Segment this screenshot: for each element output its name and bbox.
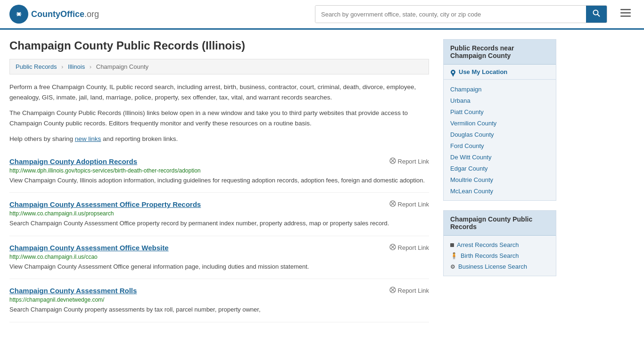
record-desc: Search Champaign County Assessment Offic… [9,219,429,228]
record-item: Champaign County Assessment Office Websi… [9,236,429,280]
site-header: CountyOffice.org [0,0,644,30]
record-url: http://www.co.champaign.il.us/propsearch [9,210,429,217]
report-link[interactable]: Report Link [389,244,429,252]
record-item: Champaign County Adoption Records Report… [9,150,429,193]
record-title[interactable]: Champaign County Assessment Rolls [9,287,137,295]
svg-rect-6 [620,16,631,17]
nearby-list-item: McLean County [444,185,556,197]
nearby-link[interactable]: Douglas County [450,131,494,138]
record-desc: View Champaign County, Illinois adoption… [9,176,429,185]
record-header: Champaign County Adoption Records Report… [9,157,429,165]
nearby-list-item: De Witt County [444,151,556,163]
nearby-list-item: Piatt County [444,106,556,117]
new-links-link[interactable]: new links [75,135,101,142]
breadcrumb: Public Records › Illinois › Champaign Co… [9,59,429,74]
record-title[interactable]: Champaign County Assessment Office Prope… [9,200,201,208]
description-2: The Champaign County Public Records (Ill… [9,108,429,128]
search-input[interactable] [315,6,586,23]
nearby-title: Public Records near Champaign County [444,40,556,65]
nearby-list-item: Urbana [444,95,556,106]
svg-line-3 [598,15,600,17]
records-link-item: 🧍Birth Records Search [444,250,556,261]
record-url: http://www.dph.illinois.gov/topics-servi… [9,167,429,174]
report-icon [389,157,396,165]
records-link-item: ⚙Business License Search [444,261,556,272]
record-item: Champaign County Assessment Office Prope… [9,193,429,236]
location-pin-icon [450,69,456,75]
description-1: Perform a free Champaign County, IL publ… [9,82,429,102]
report-link[interactable]: Report Link [389,157,429,165]
nearby-link[interactable]: Ford County [450,142,484,149]
svg-rect-4 [620,9,631,10]
svg-marker-20 [451,73,455,77]
breadcrumb-current: Champaign County [96,63,149,70]
county-records-section: Champaign County Public Records Arrest R… [443,210,556,276]
record-url: http://www.co.champaign.il.us/ccao [9,254,429,260]
person-icon: 🧍 [450,252,458,259]
svg-point-21 [452,71,454,73]
report-icon [389,287,396,295]
report-link[interactable]: Report Link [389,200,429,208]
nearby-link[interactable]: Champaign [450,86,482,93]
nearby-list: ChampaignUrbanaPiatt CountyVermilion Cou… [444,80,556,200]
county-records-title: Champaign County Public Records [444,211,556,236]
records-link[interactable]: Arrest Records Search [457,241,519,248]
nearby-link[interactable]: Edgar County [450,165,488,172]
records-links-list: Arrest Records Search🧍Birth Records Sear… [444,236,556,276]
records-link[interactable]: Birth Records Search [461,252,519,259]
nearby-list-item: Champaign [444,83,556,95]
search-button[interactable] [586,6,607,23]
description-3: Help others by sharing new links and rep… [9,134,429,144]
records-link-item: Arrest Records Search [444,239,556,250]
search-bar [315,5,607,23]
nearby-link[interactable]: Piatt County [450,108,484,115]
main-content: Champaign County Public Records (Illinoi… [9,39,443,322]
report-icon [389,244,396,252]
square-icon [450,243,454,247]
gear-icon: ⚙ [450,263,455,270]
menu-button[interactable] [617,6,635,22]
nearby-list-item: Moultrie County [444,174,556,185]
nearby-link[interactable]: De Witt County [450,154,491,161]
records-link[interactable]: Business License Search [458,263,527,270]
record-desc: View Champaign County Assessment Office … [9,262,429,272]
report-link[interactable]: Report Link [389,287,429,295]
nearby-section: Public Records near Champaign County Use… [443,39,556,201]
nearby-link[interactable]: Urbana [450,97,471,104]
report-icon [389,200,396,208]
breadcrumb-illinois[interactable]: Illinois [68,63,85,70]
svg-point-2 [594,10,598,15]
svg-rect-5 [620,12,631,14]
record-header: Champaign County Assessment Rolls Report… [9,287,429,295]
record-desc: Search Champaign County property assessm… [9,305,429,314]
nearby-list-item: Vermilion County [444,117,556,129]
site-logo[interactable]: CountyOffice.org [9,5,99,24]
nearby-list-item: Douglas County [444,129,556,140]
sidebar: Public Records near Champaign County Use… [443,39,556,322]
use-my-location-link[interactable]: Use My Location [459,68,507,75]
logo-text: CountyOffice.org [31,9,99,19]
nearby-link[interactable]: McLean County [450,188,493,195]
nearby-link[interactable]: Moultrie County [450,176,493,183]
record-header: Champaign County Assessment Office Websi… [9,244,429,252]
record-title[interactable]: Champaign County Assessment Office Websi… [9,244,169,252]
record-title[interactable]: Champaign County Adoption Records [9,157,137,165]
nearby-link[interactable]: Vermilion County [450,120,496,127]
main-container: Champaign County Public Records (Illinoi… [0,30,644,332]
breadcrumb-public-records[interactable]: Public Records [16,63,57,70]
nearby-list-item: Ford County [444,140,556,151]
logo-icon [9,5,28,24]
record-item: Champaign County Assessment Rolls Report… [9,279,429,322]
record-url: https://champagnil.devnetwedge.com/ [9,296,429,303]
nearby-list-item: Edgar County [444,163,556,174]
records-list: Champaign County Adoption Records Report… [9,150,429,322]
page-title: Champaign County Public Records (Illinoi… [9,39,429,52]
record-header: Champaign County Assessment Office Prope… [9,200,429,208]
use-location-row: Use My Location [444,65,556,80]
